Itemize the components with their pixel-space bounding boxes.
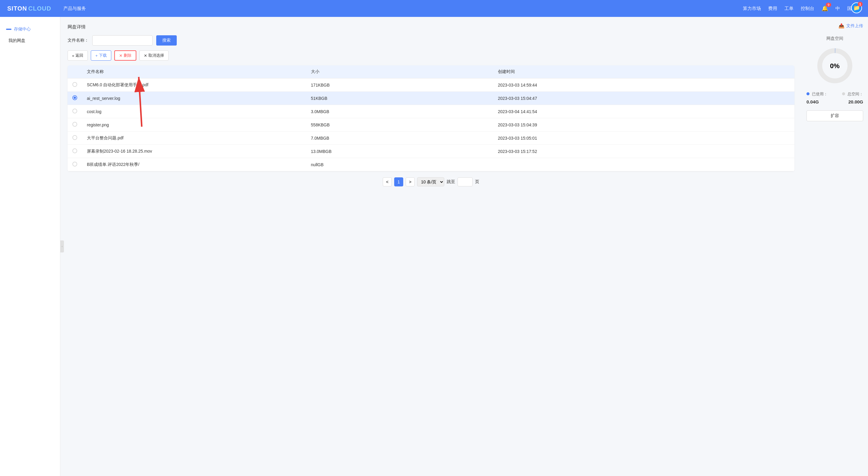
file-name-cell: 大平台整合问题.pdf — [82, 131, 306, 145]
sidebar-item-storage[interactable]: 存储中心 — [0, 23, 60, 36]
action-row: « 返回 + 下载 ✕ 删除 ✕ 取消选择 — [67, 50, 795, 61]
per-page-select[interactable]: 10 条/页 20 条/页 50 条/页 — [417, 177, 444, 186]
table-body: SCM6.0 自动化部署使用手册.pdf171KBGB2023-03-03 14… — [67, 79, 795, 171]
col-spacer — [246, 65, 306, 79]
file-size-cell: 3.0MBGB — [306, 105, 493, 118]
radio-button[interactable] — [72, 82, 77, 87]
used-legend: 已使用： — [806, 91, 828, 97]
brand-name-part1: SITON — [7, 5, 27, 12]
back-button[interactable]: « 返回 — [67, 50, 88, 61]
sidebar: 存储中心 我的网盘 — [0, 17, 60, 476]
next-page-btn[interactable]: > — [406, 177, 415, 186]
search-input[interactable] — [92, 35, 153, 46]
total-label: 总空间： — [847, 92, 863, 96]
download-button[interactable]: + 下载 — [91, 50, 111, 61]
expand-button[interactable]: 扩容 — [806, 110, 863, 121]
search-button[interactable]: 搜索 — [156, 35, 177, 46]
sidebar-storage-label: 存储中心 — [14, 27, 31, 32]
file-created-cell: 2023-03-03 15:04:47 — [493, 92, 795, 105]
sidebar-collapse-btn[interactable]: ‹ — [60, 240, 64, 252]
upload-label: 文件上传 — [846, 23, 863, 29]
avatar-badge: 1 — [858, 2, 863, 7]
used-value: 0.04G — [806, 99, 819, 105]
file-name-cell: 屏幕录制2023-02-16 18.28.25.mov — [82, 145, 306, 158]
cancel-select-button[interactable]: ✕ 取消选择 — [140, 50, 168, 61]
pagination: < 1 > 10 条/页 20 条/页 50 条/页 跳至 页 — [67, 171, 795, 192]
file-table: 文件名称 大小 创建时间 SCM6.0 自动化部署使用手册.pdf171KBGB… — [67, 65, 795, 171]
back-label: 返回 — [75, 53, 83, 58]
table-row: cost.log3.0MBGB2023-03-04 14:41:54 — [67, 105, 795, 118]
prev-page-btn[interactable]: < — [383, 177, 392, 186]
file-created-cell: 2023-03-03 15:17:52 — [493, 145, 795, 158]
delete-label: 删除 — [124, 53, 131, 58]
brand-name-part2: CLOUD — [28, 5, 51, 12]
search-row: 文件名称： 搜索 — [67, 35, 795, 46]
delete-button[interactable]: ✕ 删除 — [114, 50, 136, 61]
x-icon-2: ✕ — [144, 53, 147, 58]
file-created-cell — [493, 158, 795, 171]
cancel-select-label: 取消选择 — [148, 53, 164, 58]
page-label: 页 — [475, 179, 479, 185]
row-select-cell[interactable] — [67, 105, 82, 118]
row-select-cell[interactable] — [67, 145, 82, 158]
storage-title: 网盘空间 — [806, 36, 863, 41]
total-dot — [842, 92, 845, 95]
table-row: B班成绩单.评语2022年秋季/nullGB — [67, 158, 795, 171]
nav-menu-products[interactable]: 产品与服务 — [63, 6, 86, 11]
nav-item-tickets[interactable]: 工单 — [784, 6, 794, 11]
file-name-cell: register.png — [82, 118, 306, 131]
donut-percent-text: 0% — [830, 62, 840, 70]
file-name-cell: cost.log — [82, 105, 306, 118]
search-label: 文件名称： — [67, 38, 89, 43]
radio-button[interactable] — [72, 148, 77, 153]
topnav-right: 算力市场 费用 工单 控制台 🔔 9 中 国英龙 — [743, 5, 861, 12]
page-title: 网盘详情 — [67, 24, 795, 30]
nav-item-console[interactable]: 控制台 — [801, 6, 814, 11]
radio-button[interactable] — [72, 95, 77, 100]
right-panel: 📤 文件上传 网盘空间 0% 已使用： 总空间： 0.04 — [802, 17, 868, 476]
used-label: 已使用： — [812, 92, 828, 96]
storage-values: 0.04G 20.00G — [806, 99, 863, 105]
radio-button[interactable] — [72, 162, 77, 167]
radio-button[interactable] — [72, 122, 77, 127]
goto-label: 跳至 — [447, 179, 455, 185]
donut-chart: 0% — [806, 46, 863, 85]
current-page-btn[interactable]: 1 — [394, 177, 403, 186]
col-size: 大小 — [306, 65, 493, 79]
x-icon: ✕ — [119, 53, 122, 58]
sidebar-accent-bar — [6, 29, 11, 30]
row-select-cell[interactable] — [67, 79, 82, 92]
page-goto-input[interactable] — [458, 177, 473, 186]
sidebar-item-my-disk[interactable]: 我的网盘 — [0, 36, 60, 46]
back-icon: « — [72, 53, 74, 58]
user-avatar[interactable]: 📁 1 — [851, 2, 862, 13]
row-select-cell[interactable] — [67, 92, 82, 105]
brand-logo[interactable]: SITONCLOUD — [7, 5, 51, 12]
table-row: ai_rest_server.log51KBGB2023-03-03 15:04… — [67, 92, 795, 105]
nav-lang[interactable]: 中 — [835, 6, 840, 11]
nav-item-billing[interactable]: 费用 — [768, 6, 777, 11]
main-content: 网盘详情 文件名称： 搜索 « 返回 + 下载 ✕ 删除 ✕ 取消选择 — [60, 17, 802, 476]
radio-button[interactable] — [72, 135, 77, 140]
col-filename: 文件名称 — [82, 65, 246, 79]
radio-button[interactable] — [72, 109, 77, 113]
upload-button[interactable]: 📤 文件上传 — [806, 23, 863, 29]
main-layout: 存储中心 我的网盘 ‹ 网盘详情 文件名称： 搜索 « 返回 + 下载 ✕ — [0, 17, 868, 476]
table-row: SCM6.0 自动化部署使用手册.pdf171KBGB2023-03-03 14… — [67, 79, 795, 92]
table-header: 文件名称 大小 创建时间 — [67, 65, 795, 79]
file-created-cell: 2023-03-03 15:04:39 — [493, 118, 795, 131]
sidebar-wrapper: 存储中心 我的网盘 ‹ — [0, 17, 60, 476]
upload-icon: 📤 — [838, 23, 844, 29]
row-select-cell[interactable] — [67, 158, 82, 171]
nav-item-compute[interactable]: 算力市场 — [743, 6, 761, 11]
table-row: 屏幕录制2023-02-16 18.28.25.mov13.0MBGB2023-… — [67, 145, 795, 158]
file-size-cell: 171KBGB — [306, 79, 493, 92]
file-created-cell: 2023-03-03 14:59:44 — [493, 79, 795, 92]
file-size-cell: 7.0MBGB — [306, 131, 493, 145]
row-select-cell[interactable] — [67, 131, 82, 145]
row-select-cell[interactable] — [67, 118, 82, 131]
notification-bell[interactable]: 🔔 9 — [822, 5, 828, 12]
used-dot — [806, 92, 809, 95]
file-size-cell: 558KBGB — [306, 118, 493, 131]
total-legend: 总空间： — [842, 91, 863, 97]
